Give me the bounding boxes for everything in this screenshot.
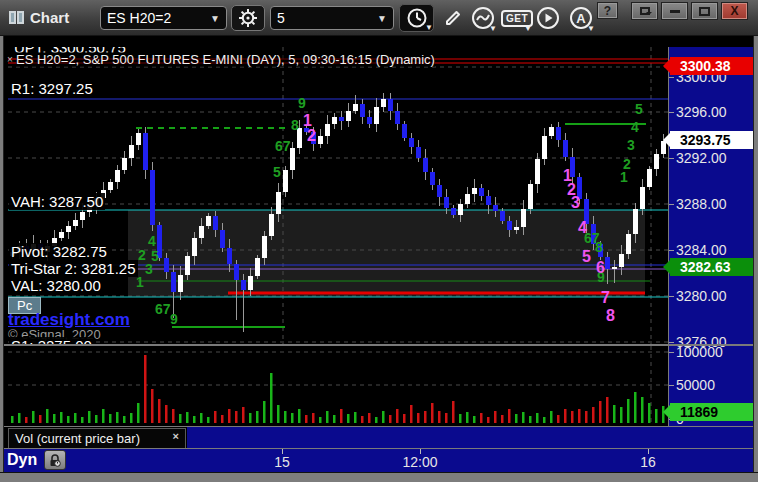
minimize-icon	[670, 10, 680, 13]
close-icon: X	[730, 4, 738, 18]
chart-window-icon	[9, 11, 25, 24]
lock-icon	[49, 454, 61, 467]
axis-label: 3284.00	[676, 242, 727, 258]
symbol-value: ES H20=2	[107, 10, 171, 26]
minimize-button[interactable]	[661, 2, 688, 20]
time-label: 15	[274, 454, 290, 470]
time-label: 12:00	[402, 454, 437, 470]
time-interval-button[interactable]: ▼	[399, 4, 434, 32]
time-lock-button[interactable]	[44, 450, 66, 470]
window-title: Chart	[30, 9, 69, 26]
maximize-button[interactable]	[691, 2, 718, 20]
settings-button[interactable]	[231, 5, 265, 31]
volume-pane-border	[4, 426, 753, 427]
studies-button[interactable]: ▼	[469, 4, 497, 32]
svg-text:A: A	[576, 11, 586, 26]
tag-arrow	[663, 260, 670, 274]
price-pane[interactable]	[4, 47, 668, 345]
tab-row-filler	[187, 427, 753, 449]
time-label: 16	[640, 454, 656, 470]
title-bar: Chart ES H20=2 ▼ 5 ▼	[0, 0, 758, 36]
play-icon	[536, 6, 560, 30]
window-frame-left	[0, 0, 4, 482]
chevron-down-icon: ▼	[369, 13, 387, 24]
axis-label: 3296.00	[676, 104, 727, 120]
get-data-button[interactable]: GET ▼	[502, 4, 532, 32]
close-icon[interactable]: ×	[173, 431, 179, 441]
tag-arrow	[663, 405, 670, 419]
tag-arrow	[663, 133, 670, 147]
axis-label: 100000	[676, 344, 723, 360]
chevron-down-icon: ▼	[524, 24, 532, 33]
price-axis[interactable]: 3300.003296.003292.003288.003284.003280.…	[668, 47, 753, 428]
tag-arrow	[663, 59, 670, 73]
chevron-down-icon: ▼	[489, 24, 497, 33]
time-bar-border	[4, 448, 753, 449]
help-icon: ?	[604, 4, 611, 18]
dock-icon	[640, 7, 650, 15]
tab-vol-study[interactable]: Vol (current price bar) ×	[8, 428, 186, 449]
help-button[interactable]: ?	[597, 2, 618, 19]
play-button[interactable]	[534, 4, 562, 32]
pane-separator[interactable]	[4, 344, 753, 346]
dyn-mode-label: Dyn	[7, 451, 37, 469]
window-frame-right	[753, 0, 758, 482]
dock-button[interactable]	[631, 2, 658, 20]
draw-button[interactable]	[441, 4, 465, 32]
pencil-icon	[443, 8, 463, 28]
chevron-down-icon: ▼	[425, 23, 433, 32]
interval-value: 5	[277, 10, 285, 26]
maximize-icon	[699, 7, 710, 16]
chart-window: Chart ES H20=2 ▼ 5 ▼	[0, 0, 758, 482]
toolbar-gap	[4, 37, 753, 47]
axis-label: 50000	[676, 377, 715, 393]
axis-label: 3292.00	[676, 150, 727, 166]
session-low-tag: 3282.63	[670, 258, 754, 276]
time-axis[interactable]: Dyn 1512:0016	[4, 449, 753, 472]
study-tab-row: Vol (current price bar) ×	[4, 427, 753, 449]
chevron-down-icon: ▼	[587, 24, 595, 33]
last-price-tag: 3293.75	[670, 131, 754, 149]
current-volume-tag: 11869	[670, 403, 754, 421]
chevron-down-icon: ▼	[202, 13, 220, 24]
close-button[interactable]: X	[721, 2, 748, 20]
gear-icon	[238, 8, 258, 28]
symbol-combo[interactable]: ES H20=2 ▼	[100, 6, 227, 30]
alerts-button[interactable]: A ▼	[567, 4, 595, 32]
interval-combo[interactable]: 5 ▼	[270, 6, 394, 30]
tab-vol-label: Vol (current price bar)	[15, 431, 140, 446]
axis-label: 3288.00	[676, 196, 727, 212]
volume-pane[interactable]	[4, 346, 668, 426]
axis-label: 3280.00	[676, 288, 727, 304]
window-frame-bottom	[0, 472, 758, 482]
session-high-tag: 3300.38	[670, 57, 754, 75]
